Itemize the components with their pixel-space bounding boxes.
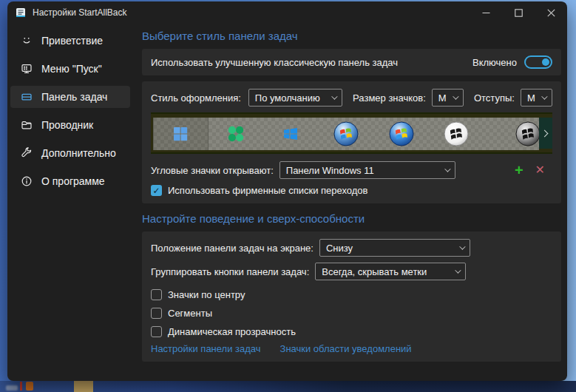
corner-icons-label: Угловые значки открывают: (151, 165, 274, 176)
dynamic-transparency-checkbox-row[interactable]: Динамическая прозрачность (151, 326, 552, 337)
chevron-down-icon (453, 93, 458, 99)
toggle-state-label: Включено (472, 57, 517, 68)
sidebar-item-advanced[interactable]: Дополнительно (10, 142, 130, 164)
preview-style-windows-vista-orb[interactable] (373, 118, 429, 150)
preview-scroll-right[interactable] (539, 118, 552, 149)
sidebar-item-welcome[interactable]: Приветствие (10, 30, 130, 52)
minimize-button[interactable] (470, 1, 502, 24)
wrench-icon (21, 147, 33, 159)
desktop-taskbar-icon[interactable] (20, 382, 22, 391)
preview-style-windows-10[interactable] (263, 118, 319, 150)
desktop-taskbar-icon[interactable] (74, 381, 93, 392)
visual-style-value: По умолчанию (255, 92, 320, 104)
chevron-down-icon (455, 267, 461, 273)
margins-value: M (527, 92, 535, 104)
app-icon (15, 7, 27, 18)
position-label: Положение панели задач на экране: (151, 243, 314, 254)
sidebar-item-explorer[interactable]: Проводник (10, 114, 130, 136)
sidebar-item-start-menu[interactable]: Меню "Пуск" (10, 58, 130, 80)
startallback-settings-window: Настройки StartAllBack Приве (7, 1, 567, 381)
close-button[interactable] (535, 1, 567, 24)
info-icon (21, 175, 33, 187)
sidebar-item-label: Меню "Пуск" (41, 63, 102, 75)
position-select[interactable]: Снизу (319, 239, 470, 257)
checkbox-unchecked-icon[interactable] (151, 308, 162, 319)
sidebar-item-label: Проводник (41, 119, 93, 131)
classic-taskbar-card: Использовать улучшенную классическую пан… (142, 49, 561, 75)
style-options-card: Стиль оформления: По умолчанию Размер зн… (142, 81, 561, 203)
chevron-right-icon (541, 129, 549, 137)
chevron-down-icon (444, 166, 450, 172)
add-button[interactable]: + (515, 163, 524, 178)
visual-style-select[interactable]: По умолчанию (248, 89, 342, 107)
icon-size-select[interactable]: M (432, 89, 464, 107)
chevron-down-icon (541, 93, 547, 99)
preview-style-classic-dark-orb[interactable] (484, 118, 539, 150)
dynamic-transparency-label: Динамическая прозрачность (168, 326, 296, 337)
checkbox-unchecked-icon[interactable] (151, 289, 162, 300)
margins-select[interactable]: M (521, 89, 552, 107)
desktop-taskbar-icon[interactable] (6, 385, 18, 391)
remove-button[interactable]: ✕ (535, 164, 545, 176)
window-title: Настройки StartAllBack (33, 7, 127, 18)
notification-area-icons-link[interactable]: Значки области уведомлений (280, 343, 412, 354)
desktop-taskbar[interactable] (0, 381, 576, 392)
section-header-behavior: Настройте поведение и сверх-способности (142, 212, 561, 227)
icon-size-value: M (438, 92, 447, 104)
desktop-taskbar-icon[interactable] (26, 382, 33, 391)
sidebar-item-taskbar[interactable]: Панель задач (10, 86, 130, 108)
position-value: Снизу (326, 243, 353, 254)
classic-taskbar-label: Использовать улучшенную классическую пан… (151, 57, 398, 68)
jump-lists-checkbox-row[interactable]: ✓ Использовать фирменные списки переходо… (151, 185, 552, 196)
sidebar-item-label: Приветствие (41, 35, 103, 47)
sidebar-item-label: Дополнительно (41, 147, 116, 159)
sidebar-item-label: Панель задач (41, 91, 107, 103)
segments-label: Сегменты (168, 308, 212, 319)
smiley-icon (21, 35, 33, 47)
preview-style-classic-light-orb[interactable] (429, 118, 484, 150)
section-header-style: Выберите стиль панели задач (142, 30, 561, 44)
icon-size-label: Размер значков: (353, 92, 426, 104)
folder-icon (21, 119, 33, 131)
center-icons-label: Значки по центру (168, 289, 245, 300)
jump-lists-label: Использовать фирменные списки переходов (168, 185, 368, 196)
preview-style-windows-7-orb[interactable] (319, 118, 374, 150)
corner-icons-value: Панели Windows 11 (286, 165, 374, 176)
corner-icons-select[interactable]: Панели Windows 11 (279, 161, 455, 179)
center-icons-checkbox-row[interactable]: Значки по центру (151, 289, 552, 300)
behavior-card: Положение панели задач на экране: Снизу … (142, 232, 561, 362)
sidebar-item-label: О программе (41, 175, 105, 187)
title-bar: Настройки StartAllBack (7, 1, 567, 24)
sidebar: Приветствие Меню "Пуск" (7, 24, 133, 381)
grouping-value: Всегда, скрывать метки (322, 266, 427, 277)
classic-taskbar-toggle[interactable] (524, 55, 552, 69)
taskbar-style-preview (151, 112, 552, 154)
visual-style-label: Стиль оформления: (151, 92, 241, 104)
margins-label: Отступы: (474, 92, 515, 104)
preview-style-windows-11[interactable] (153, 118, 209, 150)
preview-style-startallback-clover[interactable] (209, 118, 264, 150)
checkbox-checked-icon[interactable]: ✓ (151, 185, 162, 196)
segments-checkbox-row[interactable]: Сегменты (151, 308, 552, 319)
sidebar-item-about[interactable]: О программе (10, 170, 130, 192)
grouping-label: Группировать кнопки панели задач: (151, 266, 309, 277)
maximize-button[interactable] (502, 1, 535, 24)
chevron-down-icon (459, 243, 465, 249)
start-menu-icon (21, 63, 33, 75)
grouping-select[interactable]: Всегда, скрывать метки (315, 263, 466, 280)
chevron-down-icon (331, 93, 337, 99)
taskbar-settings-page: Выберите стиль панели задач Использовать… (133, 24, 567, 381)
toggle-knob (542, 58, 549, 66)
taskbar-icon (21, 91, 33, 103)
checkbox-unchecked-icon[interactable] (151, 326, 162, 337)
taskbar-settings-link[interactable]: Настройки панели задач (151, 343, 261, 354)
